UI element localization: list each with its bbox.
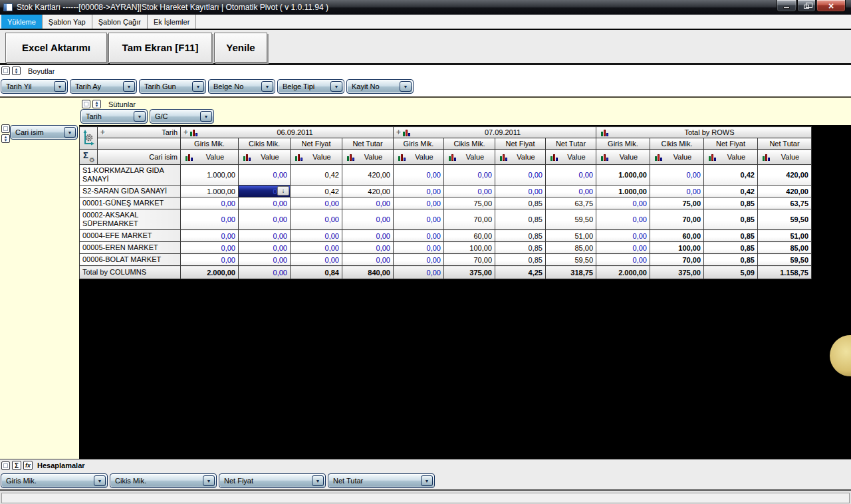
measure-header-cell[interactable]: Net Tutar xyxy=(342,138,394,150)
pivot-value-cell[interactable]: 0,85 xyxy=(704,254,758,266)
pivot-value-cell[interactable]: 420,00 xyxy=(758,186,812,197)
dimension-field-dropdown[interactable]: Tarih Ay▼ xyxy=(70,79,137,94)
measure-header-cell[interactable]: Net Fiyat xyxy=(704,138,758,150)
row-label-cell[interactable]: 00005-EREN MARKET xyxy=(80,242,181,254)
pivot-value-cell[interactable]: 0,85 xyxy=(495,209,546,230)
pivot-value-cell[interactable]: 0,00 xyxy=(596,230,650,242)
pivot-value-cell[interactable]: 0,00 xyxy=(596,209,650,230)
close-button[interactable]: × xyxy=(816,0,846,12)
pivot-value-cell[interactable]: 0,00 xyxy=(650,186,704,197)
total-row-label-cell[interactable]: Total by COLUMNS xyxy=(80,266,181,279)
refresh-button[interactable]: Yenile xyxy=(214,33,267,63)
pivot-value-cell[interactable]: 0,00 xyxy=(394,242,444,254)
value-caption-cell[interactable]: Value xyxy=(495,150,546,165)
column-group-header[interactable]: +06.09.2011 xyxy=(181,127,394,138)
measure-header-cell[interactable]: Cikis Mik. xyxy=(650,138,704,150)
measure-header-cell[interactable]: Giris Mik. xyxy=(394,138,444,150)
pivot-sum-settings-button[interactable]: Σ⚙ xyxy=(80,150,98,165)
pivot-value-cell[interactable]: 0,00 xyxy=(394,186,444,197)
tab--ablon-a-r[interactable]: Şablon Çağır xyxy=(92,15,148,29)
pivot-value-cell[interactable]: 51,00 xyxy=(758,230,812,242)
pivot-value-cell[interactable]: 85,00 xyxy=(758,242,812,254)
measure-header-cell[interactable]: Giris Mik. xyxy=(181,138,239,150)
pivot-value-cell[interactable]: 70,00 xyxy=(444,209,495,230)
pivot-value-cell[interactable]: 59,50 xyxy=(758,254,812,266)
spinner-icon[interactable]: ▲▼ xyxy=(12,66,21,75)
pivot-value-cell[interactable]: 0,00 xyxy=(342,242,394,254)
pivot-value-cell[interactable]: 59,50 xyxy=(546,209,596,230)
pivot-total-cell[interactable]: 318,75 xyxy=(546,266,596,279)
chevron-down-icon[interactable]: ▼ xyxy=(261,81,273,92)
value-caption-cell[interactable]: Value xyxy=(291,150,342,165)
pivot-value-cell[interactable]: 1.000,00 xyxy=(181,165,239,186)
pivot-value-cell[interactable]: 100,00 xyxy=(444,242,495,254)
pivot-value-cell[interactable]: 420,00 xyxy=(758,165,812,186)
measure-header-cell[interactable]: Net Tutar xyxy=(546,138,596,150)
fullscreen-button[interactable]: Tam Ekran [F11] xyxy=(108,33,212,63)
pivot-value-cell[interactable]: 0,42 xyxy=(704,186,758,197)
value-caption-cell[interactable]: Value xyxy=(650,150,704,165)
pivot-total-cell[interactable]: 1.158,75 xyxy=(758,266,812,279)
pivot-total-cell[interactable]: 4,25 xyxy=(495,266,546,279)
pivot-value-cell[interactable]: 0,85 xyxy=(704,230,758,242)
dimension-field-dropdown[interactable]: Kayit No▼ xyxy=(346,79,414,94)
row-label-cell[interactable]: 00004-EFE MARKET xyxy=(80,230,181,242)
pivot-value-cell[interactable]: 0,00 xyxy=(394,254,444,266)
pivot-value-cell[interactable]: 0,00 xyxy=(596,254,650,266)
measure-field-dropdown[interactable]: Cikis Mik.▼ xyxy=(110,473,217,488)
pivot-value-cell[interactable]: 0,85 xyxy=(704,197,758,209)
row-label-cell[interactable]: S2-SARAN GIDA SANAYİ xyxy=(80,186,181,197)
pivot-value-cell[interactable]: 0,42 xyxy=(704,165,758,186)
pivot-value-cell[interactable]: 59,50 xyxy=(546,254,596,266)
pivot-value-cell[interactable]: 100,00 xyxy=(650,242,704,254)
row-dimension-header-cell[interactable]: Cari isim xyxy=(98,150,181,165)
row-field-dropdown[interactable]: Cari isim▼ xyxy=(10,125,78,140)
pivot-value-cell[interactable]: 0,00 xyxy=(342,230,394,242)
pivot-total-cell[interactable]: 2.000,00 xyxy=(596,266,650,279)
pivot-total-cell[interactable]: 5,09 xyxy=(704,266,758,279)
pivot-value-cell[interactable]: 0,00 xyxy=(181,230,239,242)
pivot-value-cell[interactable]: 0,00 xyxy=(291,230,342,242)
pivot-value-cell[interactable]: 0,85 xyxy=(495,230,546,242)
column-field-dropdown[interactable]: Tarih▼ xyxy=(80,109,148,124)
pivot-value-cell[interactable]: 0,85 xyxy=(704,209,758,230)
value-caption-cell[interactable]: Value xyxy=(596,150,650,165)
dimension-field-dropdown[interactable]: Belge No▼ xyxy=(208,79,275,94)
expand-icon[interactable]: + xyxy=(100,129,105,136)
checkbox-icon[interactable] xyxy=(1,461,10,470)
column-group-header[interactable]: Total by ROWS xyxy=(596,127,812,138)
pivot-value-cell[interactable]: 70,00 xyxy=(650,209,704,230)
row-label-cell[interactable]: 00006-BOLAT MARKET xyxy=(80,254,181,266)
pivot-value-cell[interactable]: 0,00 xyxy=(495,186,546,197)
checkbox-icon[interactable] xyxy=(1,66,10,75)
column-field-dropdown[interactable]: G/C▼ xyxy=(150,109,214,124)
tab--ablon-yap[interactable]: Şablon Yap xyxy=(43,15,92,29)
function-icon[interactable]: fx xyxy=(23,461,33,470)
row-label-cell[interactable]: 00001-GÜNEŞ MARKET xyxy=(80,197,181,209)
pivot-value-cell[interactable]: 0,00 xyxy=(596,242,650,254)
pivot-value-cell[interactable]: 1.000,00 xyxy=(596,186,650,197)
value-caption-cell[interactable]: Value xyxy=(546,150,596,165)
pivot-value-cell[interactable]: 0,00 xyxy=(342,254,394,266)
cell-dropdown-button[interactable]: ↓ xyxy=(277,186,289,195)
pivot-value-cell[interactable]: 0,85 xyxy=(495,197,546,209)
pivot-value-cell[interactable]: 420,00 xyxy=(342,165,394,186)
pivot-value-cell[interactable]: 0,42 xyxy=(291,165,342,186)
expand-icon[interactable]: + xyxy=(396,129,401,136)
pivot-value-cell[interactable]: 75,00 xyxy=(444,197,495,209)
measure-header-cell[interactable]: Net Fiyat xyxy=(291,138,342,150)
measure-field-dropdown[interactable]: Giris Mik.▼ xyxy=(1,473,108,488)
pivot-value-cell[interactable]: 0,00 xyxy=(394,197,444,209)
value-caption-cell[interactable]: Value xyxy=(704,150,758,165)
pivot-value-cell[interactable]: 0,00 xyxy=(239,165,291,186)
pivot-value-cell[interactable]: 0,00 xyxy=(596,197,650,209)
value-caption-cell[interactable]: Value xyxy=(239,150,291,165)
pivot-total-cell[interactable]: 375,00 xyxy=(444,266,495,279)
pivot-value-cell[interactable]: 0,42 xyxy=(291,186,342,197)
pivot-value-cell[interactable]: 420,00 xyxy=(342,186,394,197)
pivot-value-cell[interactable]: 0,00 xyxy=(546,165,596,186)
pivot-value-cell[interactable]: 0,00 xyxy=(181,209,239,230)
spinner-icon[interactable]: ▲▼ xyxy=(1,134,10,143)
pivot-value-cell[interactable]: 0,00 xyxy=(239,197,291,209)
pivot-value-cell[interactable]: 0,00 xyxy=(650,165,704,186)
